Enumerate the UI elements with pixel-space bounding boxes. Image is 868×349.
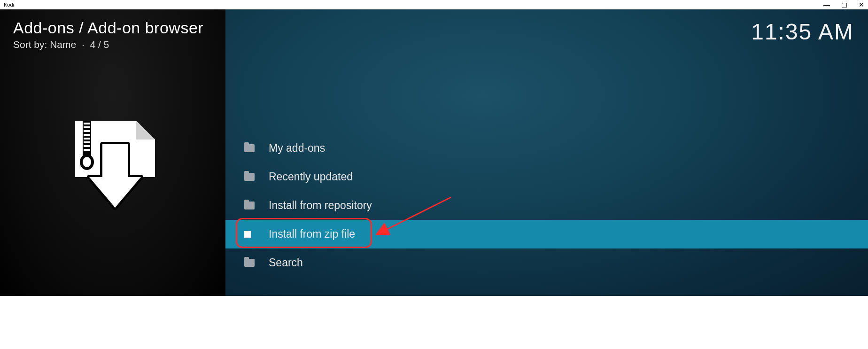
folder-icon bbox=[244, 259, 269, 267]
svg-rect-5 bbox=[84, 138, 90, 140]
app-root: Add-ons / Add-on browser Sort by: Name ·… bbox=[0, 9, 868, 296]
menu-item-label: Install from repository bbox=[269, 199, 372, 212]
menu-item-search[interactable]: Search bbox=[225, 248, 868, 277]
menu-item-my-addons[interactable]: My add-ons bbox=[225, 134, 868, 163]
file-icon bbox=[244, 231, 269, 238]
context-icon-wrap bbox=[13, 116, 212, 210]
svg-rect-2 bbox=[84, 126, 90, 128]
menu-item-label: Recently updated bbox=[269, 171, 353, 183]
window-title: Kodi bbox=[4, 2, 823, 8]
menu-item-recently-updated[interactable]: Recently updated bbox=[225, 163, 868, 191]
svg-rect-3 bbox=[84, 130, 90, 132]
svg-rect-7 bbox=[84, 145, 90, 147]
close-button[interactable]: ✕ bbox=[859, 1, 864, 8]
blank-area bbox=[0, 296, 868, 349]
svg-point-9 bbox=[81, 155, 93, 169]
sidebar: Add-ons / Add-on browser Sort by: Name ·… bbox=[0, 9, 225, 296]
menu-item-install-from-zip-file[interactable]: Install from zip file bbox=[225, 220, 868, 248]
folder-icon bbox=[244, 173, 269, 181]
minimize-button[interactable]: — bbox=[823, 1, 830, 8]
menu-item-label: Search bbox=[269, 256, 303, 269]
folder-icon bbox=[244, 144, 269, 152]
zip-download-icon bbox=[66, 116, 160, 210]
menu-item-label: Install from zip file bbox=[269, 228, 355, 240]
window-controls: — ▢ ✕ bbox=[823, 1, 864, 8]
svg-rect-4 bbox=[84, 134, 90, 136]
menu-list: My add-ons Recently updated Install from… bbox=[225, 134, 868, 277]
maximize-button[interactable]: ▢ bbox=[841, 1, 847, 8]
menu-item-install-from-repository[interactable]: Install from repository bbox=[225, 191, 868, 220]
sort-line: Sort by: Name · 4 / 5 bbox=[13, 39, 212, 50]
window-titlebar: Kodi — ▢ ✕ bbox=[0, 0, 868, 9]
main-panel: 11:35 AM My add-ons Recently updated Ins… bbox=[225, 9, 868, 296]
sort-separator: · bbox=[79, 39, 90, 50]
sort-prefix: Sort by: bbox=[13, 39, 50, 50]
svg-rect-1 bbox=[84, 123, 90, 124]
menu-item-label: My add-ons bbox=[269, 142, 325, 155]
item-counter: 4 / 5 bbox=[90, 39, 109, 50]
svg-rect-6 bbox=[84, 141, 90, 143]
clock: 11:35 AM bbox=[751, 19, 854, 45]
folder-icon bbox=[244, 202, 269, 209]
sort-value: Name bbox=[50, 39, 76, 50]
breadcrumb: Add-ons / Add-on browser bbox=[13, 19, 212, 37]
svg-rect-8 bbox=[84, 149, 90, 151]
